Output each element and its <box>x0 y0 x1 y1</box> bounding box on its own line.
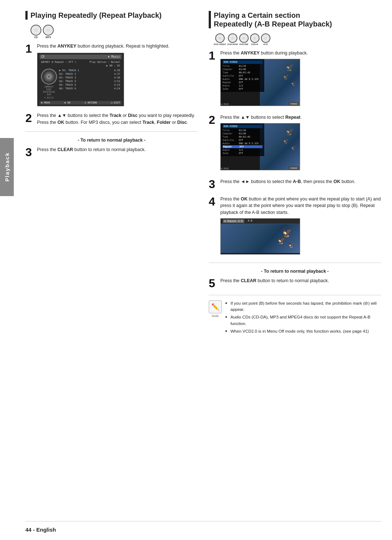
bird-6: 🦅 <box>291 145 296 150</box>
ab-header: ⊞ Repeat A-B A-B <box>221 219 300 224</box>
disc-center-cd <box>35 29 37 31</box>
dvd-menu-title-2: DVD-VIDEO <box>222 125 262 128</box>
sdi-circle-dvd-r <box>250 33 260 43</box>
left-step-2: 2 Press the ▲▼ buttons to select the Tra… <box>25 112 198 126</box>
right-step-5-content: Press the CLEAR button to return to norm… <box>220 277 381 284</box>
title-bar-left <box>25 11 28 20</box>
columns-layout: Playing Repeatedly (Repeat Playback) CD … <box>25 11 381 517</box>
bird-4: 🦅 <box>285 127 294 136</box>
dvd-background-2: 🦅 🦅 🦅 <box>260 123 300 170</box>
right-step-3: 3 Press the ◄► buttons to select the A-B… <box>209 178 381 190</box>
right-title-text: Playing a Certain section Repeatedly (A-… <box>214 11 332 28</box>
track-row-2: 02: TRACK 24:37 <box>59 72 120 76</box>
left-return-note: - To return to normal playback - <box>25 138 198 143</box>
right-step-4: 4 Press the OK button at the point where… <box>209 196 381 257</box>
ab-bird-1: 🦅 <box>282 228 293 238</box>
dvd2-row-zoom: ZoomOff <box>222 152 262 155</box>
right-step-number-2: 2 <box>209 114 217 126</box>
sdi-center-dvd-rw <box>243 37 245 39</box>
disc-icon-dvd-video: DVD-VIDEO <box>214 33 226 45</box>
dvd-row-zoom: ZoomOff <box>222 88 262 90</box>
title-bar-right <box>209 11 211 28</box>
step-2-content: Press the ▲▼ buttons to select the Track… <box>37 112 198 126</box>
disc-hole <box>48 75 50 78</box>
screen-nav: ⊞ MOVE⊞ OK⊐ RETURN□ EXIT <box>40 101 122 105</box>
screen-music-label: ♦ Music <box>108 55 120 58</box>
ab-content: 🦅 🦅 🦅 <box>221 224 300 253</box>
disc-icon-mp3: MP3 <box>43 25 54 38</box>
right-step-3-text: Press the ◄► buttons to select the A-B, … <box>220 178 381 185</box>
left-step-1: 1 Press the ANYKEY button during playbac… <box>25 43 198 106</box>
right-step-5: 5 Press the CLEAR button to return to no… <box>209 277 381 289</box>
right-step-number-3: 3 <box>209 178 217 190</box>
dvd-screen-1: DVD-VIDEO Title01/10 Chapter01/40 Time00… <box>220 59 300 106</box>
note-item-1: If you set point (B) before five seconds… <box>225 300 381 313</box>
right-return-note: - To return to normal playback - <box>209 269 381 274</box>
ab-label: A-B <box>248 219 253 223</box>
dvd2-row-audio: AudioENG dd D 5.1Ch <box>222 142 262 145</box>
dvd-row-time: Time00:01:45 <box>222 71 262 74</box>
disc-icon-vcd: VCD <box>261 33 270 45</box>
note-item-2: Audio CDs (CD-DA), MP3 and MPEG4 discs d… <box>225 314 381 327</box>
disc-circle-cd <box>30 25 41 36</box>
sdi-label-vcd: VCD <box>263 43 268 45</box>
right-section-title: Playing a Certain section Repeatedly (A-… <box>209 11 381 28</box>
step-3-content: Press the CLEAR button to return to norm… <box>37 146 198 153</box>
sdi-center-dvd-r <box>254 37 256 39</box>
dvd-row-angle: Angle1/1 <box>222 84 262 87</box>
track-row-3: 03: TRACK 34:30 <box>59 76 120 80</box>
dvd-screen-inner-1: DVD-VIDEO Title01/10 Chapter01/40 Time00… <box>221 59 300 106</box>
dvd-row-title: Title01/10 <box>222 65 262 68</box>
right-step-2: 2 Press the ▲▼ buttons to select Repeat.… <box>209 114 381 172</box>
disc-center-mp3 <box>47 29 49 31</box>
disc-text-compact: COMPACTDISCDIGITALAUDIO <box>43 85 55 96</box>
dvd2-row-subtitle: SubtitleOff <box>222 139 262 142</box>
left-divider <box>25 131 198 132</box>
step-2-text: Press the ▲▼ buttons to select the Track… <box>37 112 198 126</box>
sdi-center-dvd-video <box>219 37 221 39</box>
dvd-nav-2: ⊞ MOVE <box>221 167 229 170</box>
bird-3: 🦅 <box>291 81 296 86</box>
step-number-2: 2 <box>25 112 33 124</box>
main-content: Playing Repeatedly (Repeat Playback) CD … <box>15 0 392 540</box>
note-pencil-icon: ✏️ <box>209 300 222 313</box>
left-disc-icons: CD MP3 <box>30 25 198 38</box>
disc-icon-dvd-r: DVD-R <box>250 33 260 45</box>
dvd2-row-repeat-highlight: RepeatOff <box>222 145 262 148</box>
dvd-nav-1: ⊞ MOVE <box>221 103 229 105</box>
screen-disc-area: COMPACTDISCDIGITALAUDIO □ 01/12 ▶ 01: TR… <box>40 68 122 100</box>
dvd-screen-inner-2: DVD-VIDEO Title01/10 Chapter01/40 Time00… <box>221 123 300 170</box>
right-step-number-1: 1 <box>209 50 217 61</box>
cd-screen: CD ♦ Music ANYKEY ⊞ Repeat : Off ÷ Play … <box>37 53 124 106</box>
disc-circle-mp3 <box>43 25 54 36</box>
screen-cd-label: CD <box>41 55 45 58</box>
sidebar-playback-tab: Playback <box>0 138 14 196</box>
right-divider <box>209 263 381 263</box>
right-step-3-content: Press the ◄► buttons to select the A-B, … <box>220 178 381 185</box>
sdi-circle-dvd-video <box>215 33 225 43</box>
dvd-row-chapter: Chapter01/40 <box>222 68 262 71</box>
track-row-5: 05: TRACK 54:23 <box>59 83 120 87</box>
track-list: ▶ 01: TRACK 14:39 02: TRACK 24:37 03: TR… <box>59 69 120 99</box>
ab-bird-2: 🦅 <box>277 237 285 245</box>
step-number-1: 1 <box>25 43 33 54</box>
sdi-center-dvd-ram <box>232 37 233 39</box>
sdi-label-dvd-ram: DVD-RAM <box>227 43 237 45</box>
disc-label-mp3: MP3 <box>46 36 51 38</box>
track-row-6: 06: TRACK 64:24 <box>59 87 120 90</box>
track-row-1: ▶ 01: TRACK 14:39 <box>59 69 120 72</box>
dvd-menu-title-1: DVD-VIDEO <box>222 60 262 64</box>
disc-label-cd: CD <box>34 36 38 38</box>
note-box: ✏️ Note If you set point (B) before five… <box>209 295 381 336</box>
note-label: Note <box>212 314 219 318</box>
disc-page: □ 01/12 <box>44 96 53 99</box>
dvd2-row-time: Time00:01:45 <box>222 135 262 138</box>
dvd2-row-title: Title01/10 <box>222 129 262 132</box>
dvd2-row-chapter: Chapter01/40 <box>222 132 262 135</box>
screen-disc-visual: COMPACTDISCDIGITALAUDIO □ 01/12 <box>41 69 57 99</box>
dvd-menu-overlay-1: DVD-VIDEO Title01/10 Chapter01/40 Time00… <box>221 59 264 92</box>
ab-repeat-label: ⊞ Repeat A-B <box>223 219 244 223</box>
right-step-number-5: 5 <box>209 277 217 289</box>
right-step-number-4: 4 <box>209 196 217 207</box>
right-step-1-content: Press the ANYKEY button during playback.… <box>220 50 381 108</box>
